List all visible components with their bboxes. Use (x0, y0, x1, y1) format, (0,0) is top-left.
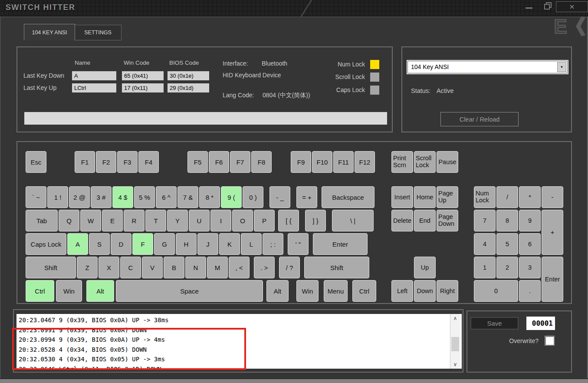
key-pause[interactable]: Pause (437, 151, 458, 173)
key-alt[interactable]: Alt (266, 280, 289, 302)
key-esc[interactable]: Esc (26, 151, 46, 173)
key-f6[interactable]: F6 (209, 151, 229, 173)
key-y[interactable]: Y (167, 210, 188, 231)
key-1[interactable]: 1 (474, 257, 496, 278)
key-numpad-decimal[interactable]: . (519, 280, 541, 302)
key-i[interactable]: I (210, 210, 231, 231)
key-alt[interactable]: Alt (86, 280, 114, 302)
key-9[interactable]: 9 ( (221, 186, 242, 208)
key-v[interactable]: V (142, 257, 163, 278)
key-r[interactable]: R (124, 210, 145, 231)
key-d[interactable]: D (111, 233, 131, 255)
key-z[interactable]: Z (77, 257, 98, 278)
key-backslash-pipe[interactable]: \ | (332, 210, 374, 231)
key-left[interactable]: Left (391, 280, 413, 302)
key-bracket-close[interactable]: ] } (305, 210, 326, 231)
key-l[interactable]: L (241, 233, 262, 255)
key-scroll-lock[interactable]: Scroll Lock (414, 151, 436, 173)
key-bracket-open[interactable]: [ { (278, 210, 299, 231)
key-ctrl[interactable]: Ctrl (352, 280, 376, 302)
key-quote[interactable]: ' " (288, 233, 309, 255)
key-down[interactable]: Down (414, 280, 436, 302)
key-a[interactable]: A (67, 233, 88, 255)
key-home[interactable]: Home (414, 186, 436, 208)
key-f[interactable]: F (132, 233, 153, 255)
key-slash-question[interactable]: / ? (279, 257, 300, 278)
key-2[interactable]: 2 @ (69, 186, 90, 208)
close-button[interactable]: ✕ (556, 1, 588, 12)
key-j[interactable]: J (197, 233, 218, 255)
key-print-scrn[interactable]: Print Scrn (391, 151, 413, 173)
key-numpad-plus[interactable]: + (542, 210, 563, 255)
scroll-down-icon[interactable]: ∨ (450, 361, 460, 367)
key-q[interactable]: Q (59, 210, 79, 231)
save-counter-field[interactable]: 00001 (526, 317, 555, 330)
key-right[interactable]: Right (437, 280, 458, 302)
key-0[interactable]: 0 (474, 280, 518, 302)
key-o[interactable]: O (232, 210, 253, 231)
key-s[interactable]: S (89, 233, 110, 255)
key-5[interactable]: 5 (496, 233, 518, 255)
layout-dropdown[interactable]: 104 Key ANSI ▼ (407, 61, 568, 73)
key-n[interactable]: N (185, 257, 206, 278)
overwrite-checkbox[interactable] (545, 336, 555, 346)
key-numpad-asterisk[interactable]: * (519, 186, 541, 208)
key-w[interactable]: W (80, 210, 101, 231)
key-up[interactable]: Up (414, 257, 436, 278)
key-insert[interactable]: Insert (391, 186, 413, 208)
key-f5[interactable]: F5 (187, 151, 208, 173)
key-9[interactable]: 9 (519, 210, 541, 231)
key-5[interactable]: 5 % (134, 186, 155, 208)
key-delete[interactable]: Delete (391, 210, 413, 231)
key-f7[interactable]: F7 (230, 151, 250, 173)
key-x[interactable]: X (99, 257, 119, 278)
key-3[interactable]: 3 # (91, 186, 112, 208)
key-f11[interactable]: F11 (333, 151, 354, 173)
minimize-button[interactable] (520, 1, 538, 11)
key-p[interactable]: P (254, 210, 275, 231)
key-end[interactable]: End (414, 210, 436, 231)
key-f10[interactable]: F10 (312, 151, 332, 173)
key-enter[interactable]: Enter (313, 233, 368, 255)
key-7[interactable]: 7 (474, 210, 496, 231)
key-f3[interactable]: F3 (117, 151, 138, 173)
key-enter[interactable]: Enter (542, 257, 563, 302)
key-6[interactable]: 6 ^ (156, 186, 177, 208)
key-f4[interactable]: F4 (138, 151, 159, 173)
key-7[interactable]: 7 & (177, 186, 198, 208)
key-f8[interactable]: F8 (251, 151, 272, 173)
key-numpad-minus[interactable]: - (542, 186, 563, 208)
key-f1[interactable]: F1 (75, 151, 95, 173)
key-3[interactable]: 3 (519, 257, 541, 278)
key-equals-plus[interactable]: = + (296, 186, 317, 208)
key-win[interactable]: Win (296, 280, 319, 302)
typing-test-field[interactable] (24, 112, 387, 125)
key-tab[interactable]: Tab (26, 210, 58, 231)
key-4[interactable]: 4 $ (112, 186, 133, 208)
key-b[interactable]: B (164, 257, 184, 278)
key-2[interactable]: 2 (496, 257, 518, 278)
tab-settings[interactable]: SETTINGS (74, 25, 122, 40)
key-u[interactable]: U (189, 210, 210, 231)
key-backspace[interactable]: Backspace (322, 186, 374, 208)
key-k[interactable]: K (219, 233, 240, 255)
key-f2[interactable]: F2 (96, 151, 116, 173)
key-numpad-slash[interactable]: / (496, 186, 518, 208)
key-caps-lock[interactable]: Caps Lock (26, 233, 66, 255)
key-6[interactable]: 6 (519, 233, 541, 255)
key-semicolon-colon[interactable]: ; : (263, 233, 283, 255)
key-f12[interactable]: F12 (355, 151, 375, 173)
key-num-lock[interactable]: Num Lock (474, 186, 496, 208)
key-ctrl[interactable]: Ctrl (26, 280, 54, 302)
chevron-down-icon[interactable]: ▼ (557, 62, 566, 72)
key-g[interactable]: G (154, 233, 175, 255)
scrollbar-thumb[interactable] (451, 337, 459, 351)
key-menu[interactable]: Menu (324, 280, 348, 302)
key-8[interactable]: 8 * (199, 186, 220, 208)
key-minus-underscore[interactable]: - _ (269, 186, 290, 208)
key-c[interactable]: C (120, 257, 141, 278)
key-shift[interactable]: Shift (304, 257, 369, 278)
key-page-down[interactable]: Page Down (437, 210, 458, 231)
clear-reload-button[interactable]: Clear / Reload (440, 112, 519, 126)
key-win[interactable]: Win (56, 280, 82, 302)
